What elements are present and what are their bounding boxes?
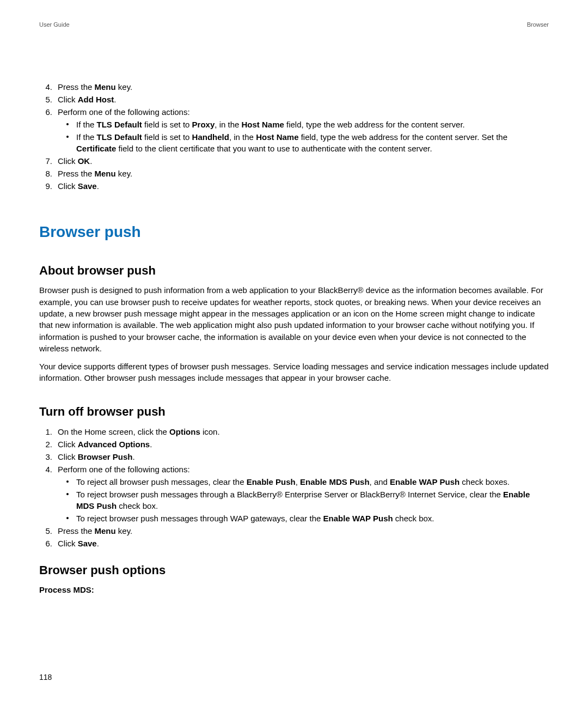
- step-text: Click Advanced Options.: [58, 440, 152, 449]
- bullet: To reject browser push messages through …: [64, 489, 549, 512]
- step-number: 9.: [39, 180, 52, 192]
- step-number: 5.: [39, 94, 52, 105]
- section-heading-browser-push: Browser push: [39, 221, 549, 242]
- header-left: User Guide: [39, 21, 70, 29]
- page: User Guide Browser 4. Press the Menu key…: [0, 0, 588, 706]
- step-6: 6. Perform one of the following actions:…: [39, 106, 549, 154]
- bullet-text: If the TLS Default field is set to Proxy…: [76, 120, 465, 129]
- bullet: To reject browser push messages through …: [64, 513, 549, 524]
- turnoff-step-1: 1. On the Home screen, click the Options…: [39, 426, 549, 437]
- turnoff-step-4: 4. Perform one of the following actions:…: [39, 464, 549, 524]
- bullet: To reject all browser push messages, cle…: [64, 476, 549, 488]
- step-8: 8. Press the Menu key.: [39, 168, 549, 179]
- step-text: Click Add Host.: [58, 95, 117, 104]
- step-number: 5.: [39, 525, 52, 537]
- step-4: 4. Press the Menu key.: [39, 81, 549, 93]
- step-5: 5. Click Add Host.: [39, 94, 549, 105]
- turnoff-step-6: 6. Click Save.: [39, 538, 549, 549]
- step-number: 4.: [39, 81, 52, 93]
- bullet-icon: [66, 493, 69, 495]
- step-number: 8.: [39, 168, 52, 179]
- step-6-bullets: If the TLS Default field is set to Proxy…: [64, 119, 549, 154]
- step-number: 7.: [39, 155, 52, 167]
- step-text: Perform one of the following actions:: [58, 107, 190, 117]
- step-number: 2.: [39, 439, 52, 450]
- step-9: 9. Click Save.: [39, 180, 549, 192]
- step-text: Click Save.: [58, 539, 99, 548]
- about-para-2: Your device supports different types of …: [39, 361, 549, 384]
- subheading-options: Browser push options: [39, 562, 549, 579]
- step-number: 3.: [39, 451, 52, 462]
- turnoff-step-3: 3. Click Browser Push.: [39, 451, 549, 462]
- step-number: 4.: [39, 464, 52, 475]
- bullet-icon: [66, 123, 69, 125]
- header-right: Browser: [527, 21, 549, 29]
- step-text: Click Browser Push.: [58, 452, 135, 461]
- turnoff-step-2: 2. Click Advanced Options.: [39, 439, 549, 450]
- subheading-turnoff: Turn off browser push: [39, 404, 549, 421]
- step-text: Perform one of the following actions:: [58, 465, 190, 474]
- step-number: 6.: [39, 538, 52, 549]
- bullet-icon: [66, 136, 69, 138]
- bullet-icon: [66, 517, 69, 519]
- turnoff-step-5: 5. Press the Menu key.: [39, 525, 549, 537]
- turnoff-bullets: To reject all browser push messages, cle…: [64, 476, 549, 524]
- about-para-1: Browser push is designed to push informa…: [39, 284, 549, 354]
- bullet-text: To reject all browser push messages, cle…: [76, 477, 510, 486]
- step-text: Click Save.: [58, 181, 99, 191]
- subheading-about: About browser push: [39, 263, 549, 279]
- step-number: 6.: [39, 106, 52, 118]
- step-text: Press the Menu key.: [58, 82, 132, 92]
- bullet: If the TLS Default field is set to Proxy…: [64, 119, 549, 130]
- page-number: 118: [39, 672, 52, 683]
- step-text: On the Home screen, click the Options ic…: [58, 427, 220, 436]
- bullet-icon: [66, 480, 69, 483]
- bullet-text: If the TLS Default field is set to Handh…: [76, 132, 507, 153]
- step-number: 1.: [39, 426, 52, 437]
- bullet-text: To reject browser push messages through …: [76, 514, 434, 523]
- step-text: Press the Menu key.: [58, 526, 132, 535]
- turnoff-steps: 1. On the Home screen, click the Options…: [39, 426, 549, 549]
- bullet: If the TLS Default field is set to Handh…: [64, 131, 549, 154]
- option-process-mds: Process MDS:: [39, 584, 549, 595]
- bullet-text: To reject browser push messages through …: [76, 490, 530, 510]
- step-7: 7. Click OK.: [39, 155, 549, 167]
- step-text: Click OK.: [58, 156, 92, 166]
- step-text: Press the Menu key.: [58, 169, 132, 178]
- page-header: User Guide Browser: [39, 21, 549, 29]
- steps-continued: 4. Press the Menu key. 5. Click Add Host…: [39, 81, 549, 192]
